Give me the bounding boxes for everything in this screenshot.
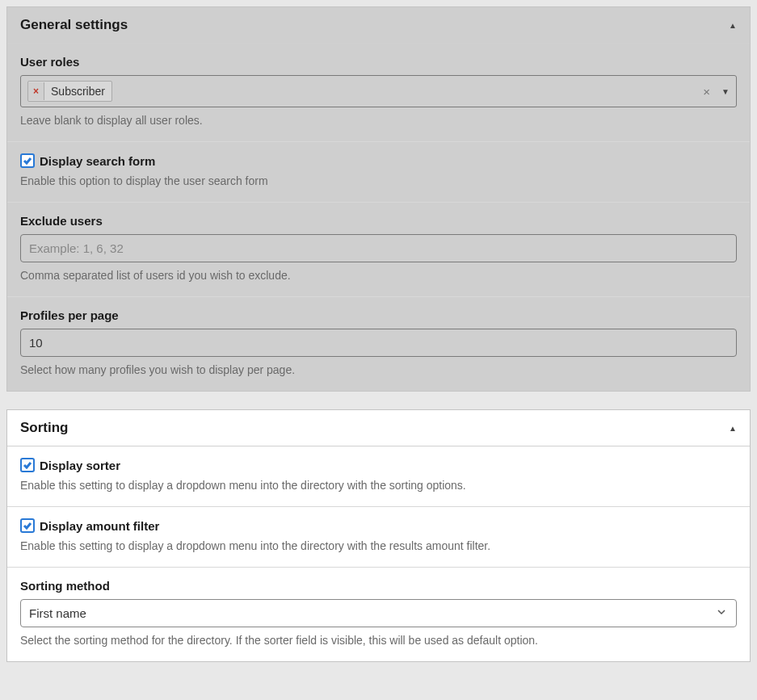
display-search-label: Display search form [40, 154, 155, 168]
remove-tag-icon[interactable]: × [28, 82, 44, 100]
display-search-row: Display search form [20, 153, 737, 168]
profiles-per-page-field: Profiles per page Select how many profil… [7, 297, 750, 391]
display-sorter-label: Display sorter [40, 459, 120, 472]
check-icon [23, 460, 32, 470]
sorting-method-help: Select the sorting method for the direct… [20, 634, 737, 647]
display-search-help: Enable this option to display the user s… [20, 174, 737, 187]
clear-all-icon[interactable]: × [703, 85, 710, 99]
general-settings-panel: General settings ▲ User roles × Subscrib… [6, 6, 751, 392]
display-amount-filter-help: Enable this setting to display a dropdow… [20, 539, 737, 552]
display-sorter-field: Display sorter Enable this setting to di… [7, 446, 750, 507]
sorting-method-select-wrap: First name [20, 599, 737, 627]
sorting-method-select[interactable]: First name [20, 599, 737, 627]
display-search-field: Display search form Enable this option t… [7, 142, 750, 203]
display-sorter-row: Display sorter [20, 458, 737, 472]
user-roles-field: User roles × Subscriber × ▼ Leave blank … [7, 44, 750, 142]
display-search-checkbox[interactable] [20, 153, 35, 168]
user-roles-tags: × Subscriber [27, 81, 112, 102]
general-settings-title: General settings [20, 17, 128, 33]
tag-label: Subscriber [44, 82, 111, 101]
profiles-per-page-help: Select how many profiles you wish to dis… [20, 363, 737, 376]
display-amount-filter-checkbox[interactable] [20, 518, 35, 533]
check-icon [23, 156, 32, 166]
profiles-per-page-label: Profiles per page [20, 308, 737, 322]
user-roles-multiselect[interactable]: × Subscriber × ▼ [20, 75, 737, 107]
display-sorter-help: Enable this setting to display a dropdow… [20, 479, 737, 492]
sorting-method-label: Sorting method [20, 579, 737, 593]
exclude-users-label: Exclude users [20, 214, 737, 228]
dropdown-arrow-icon[interactable]: ▼ [721, 87, 730, 96]
display-amount-filter-row: Display amount filter [20, 518, 737, 533]
display-sorter-checkbox[interactable] [20, 458, 35, 472]
sorting-title: Sorting [20, 420, 69, 436]
exclude-users-help: Comma separated list of users id you wis… [20, 269, 737, 282]
sorting-method-field: Sorting method First name Select the sor… [7, 568, 750, 661]
multiselect-controls: × ▼ [703, 85, 730, 99]
triangle-up-icon: ▲ [729, 21, 737, 30]
sorting-header[interactable]: Sorting ▲ [7, 410, 750, 446]
exclude-users-input[interactable] [20, 234, 737, 262]
profiles-per-page-input[interactable] [20, 329, 737, 357]
general-settings-header[interactable]: General settings ▲ [7, 7, 750, 44]
display-amount-filter-label: Display amount filter [40, 519, 159, 533]
user-roles-label: User roles [20, 55, 737, 69]
exclude-users-field: Exclude users Comma separated list of us… [7, 203, 750, 297]
tag-subscriber: × Subscriber [27, 81, 112, 102]
check-icon [23, 521, 32, 530]
sorting-panel: Sorting ▲ Display sorter Enable this set… [6, 409, 751, 662]
triangle-up-icon: ▲ [729, 424, 737, 433]
user-roles-help: Leave blank to display all user roles. [20, 114, 737, 127]
display-amount-filter-field: Display amount filter Enable this settin… [7, 507, 750, 568]
